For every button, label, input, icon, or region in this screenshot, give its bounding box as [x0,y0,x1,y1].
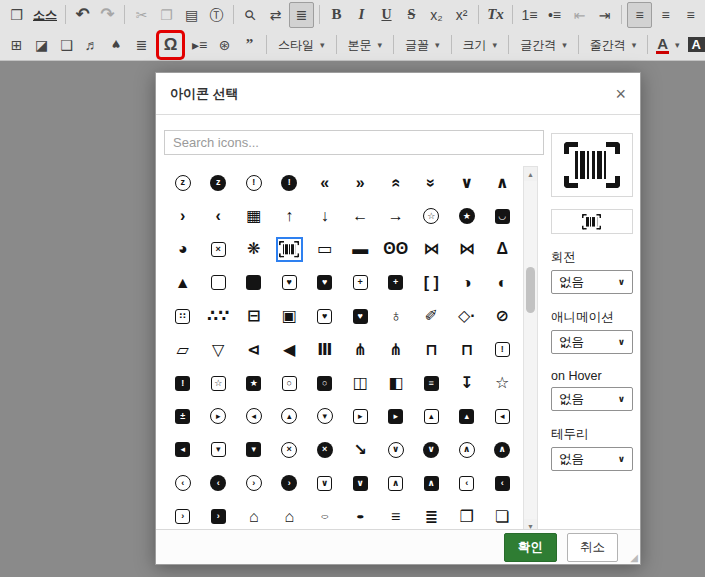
icon-book-heart[interactable]: ♥ [272,266,308,299]
icon-circle-chevron-right-solid[interactable]: › [272,467,308,500]
icon-square-caret-down[interactable]: ▾ [201,433,237,466]
globe-button[interactable]: ⊛ [213,33,236,57]
icon-basketball-solid[interactable]: ◕ [165,233,201,266]
icon-circle-caret-down[interactable]: ▾ [307,400,343,433]
icon-square-chevron-up[interactable]: ∧ [378,467,414,500]
icon-network[interactable]: ⊓ [414,333,450,366]
icon-bed[interactable]: ▭ [307,233,343,266]
icon-flask[interactable]: Δ [485,233,521,266]
icon-flask-solid[interactable]: ▲ [165,266,201,299]
icon-angle-left[interactable]: ‹ [201,199,237,232]
icon-angles-down[interactable]: » [414,166,450,199]
icon-cart-star[interactable]: ☆ [485,366,521,399]
hover-select[interactable]: 없음∨ [551,387,633,411]
paste-button[interactable]: ▤ [180,3,203,27]
scroll-up-icon[interactable]: ▲ [524,167,537,181]
indent-button[interactable]: ⇥ [593,3,616,27]
special-char-button[interactable]: Ω [159,33,182,57]
search-input[interactable] [164,130,544,155]
cancel-button[interactable]: 취소 [567,533,618,562]
undo-button[interactable]: ↶ [71,3,94,27]
icon-circle-half[interactable]: ◑ [449,266,485,299]
icon-alarm-exclamation-solid[interactable]: ! [272,166,308,199]
icon-calendar-star[interactable]: ☆ [201,366,237,399]
icon-bed-solid[interactable]: ▬ [343,233,379,266]
icon-chart-line-down[interactable]: ↘ [343,433,379,466]
icon-angles-up[interactable]: » [378,166,414,199]
icon-book[interactable] [201,266,237,299]
icon-calendar-heart[interactable]: ♥ [307,300,343,333]
format-dropdown[interactable]: 본문▾ [342,33,389,57]
icon-browser[interactable]: ⊟ [236,300,272,333]
icon-webcam[interactable]: ○ [272,366,308,399]
subscript-button[interactable]: x₂ [425,3,448,27]
icon-award-solid[interactable]: ★ [449,199,485,232]
animation-select[interactable]: 없음∨ [551,330,633,354]
icon-alarm-snooze-solid[interactable]: z [201,166,237,199]
icon-bag-shopping-solid[interactable]: ◡ [485,199,521,232]
icon-arrow-right[interactable]: → [378,199,414,232]
icon-pen-nib[interactable]: ◇· [449,300,485,333]
icon-calendar-star-solid[interactable]: ★ [236,366,272,399]
icon-video-camera[interactable]: ◫ [343,366,379,399]
icon-binoculars[interactable]: ʘʘ [378,233,414,266]
icon-angle-right[interactable]: › [165,199,201,232]
icon-circle-chevron-left[interactable]: ‹ [165,467,201,500]
icon-square-chevron-left[interactable]: ‹ [449,467,485,500]
icon-arrow-down[interactable]: ↓ [307,199,343,232]
close-icon[interactable]: × [615,85,626,103]
find-button[interactable]: ⚲ [239,3,262,27]
icon-circle-chevron-right[interactable]: › [236,467,272,500]
source-text-button[interactable]: 소스 [30,3,60,27]
icon-alarm-exclamation[interactable]: ! [236,166,272,199]
icon-square-chevron-down[interactable]: ∨ [307,467,343,500]
icon-angle-up[interactable]: ∧ [485,166,521,199]
icon-camera-cctv-solid[interactable]: ◀ [272,333,308,366]
media-button[interactable]: ♬ [80,33,103,57]
icon-eraser[interactable]: ▱ [165,333,201,366]
icon-angles-right[interactable]: » [343,166,379,199]
icon-square-caret-right[interactable]: ▸ [343,400,379,433]
icon-award[interactable]: ☆ [414,199,450,232]
style-dropdown[interactable]: 스타일▾ [272,33,331,57]
icon-martini-glass[interactable]: ▽ [201,333,237,366]
table-button[interactable]: ⊞ [5,33,28,57]
text-color-button[interactable]: A▾ [653,33,682,57]
icon-backpack-solid[interactable]: ≡ [414,366,450,399]
icon-camera-cctv[interactable]: ⊲ [236,333,272,366]
icon-circle-chevron-up[interactable]: ∧ [449,433,485,466]
icon-share-nodes-solid[interactable]: ⋔ [378,333,414,366]
icon-circle-caret-right[interactable]: ▸ [201,400,237,433]
icon-angle-down[interactable]: ∨ [449,166,485,199]
icon-square-caret-left[interactable]: ◂ [485,400,521,433]
font-dropdown[interactable]: 글꼴▾ [399,33,446,57]
icon-capsule[interactable]: ⊘ [485,300,521,333]
icon-bench[interactable]: Ⅲ [307,333,343,366]
icon-bone-solid[interactable]: ⋈ [449,233,485,266]
icon-circle-caret-up[interactable]: ▴ [272,400,308,433]
icon-arrow-left[interactable]: ← [343,199,379,232]
icon-square-chevron-down-solid[interactable]: ∨ [343,467,379,500]
icon-brackets[interactable]: [ ] [414,266,450,299]
paste-text-button[interactable]: Ⓣ [205,3,228,27]
confirm-button[interactable]: 확인 [504,533,557,562]
horizontal-lines-button[interactable]: ≣ [130,33,153,57]
icon-circle-chevron-up-solid[interactable]: ∧ [485,433,521,466]
icon-browser-solid[interactable]: ▣ [272,300,308,333]
underline-button[interactable]: U [375,3,398,27]
icon-square-caret-right-solid[interactable]: ▸ [378,400,414,433]
align-right-button[interactable]: ≡ [679,3,702,27]
icon-wine-glass[interactable]: ♁ [378,300,414,333]
icon-bone[interactable]: ⋈ [414,233,450,266]
quote-button[interactable]: ” [238,33,261,57]
icon-cash-register[interactable]: ▦ [236,199,272,232]
icon-calendar-exclamation[interactable]: ! [485,333,521,366]
bulleted-list-button[interactable]: •≡ [543,3,566,27]
map-pin-button[interactable]: ♥ [105,33,128,57]
resize-handle[interactable]: ◢ [630,552,638,563]
icon-circle-half-solid[interactable]: ◐ [485,266,521,299]
icon-square-caret-up-solid[interactable]: ▴ [449,400,485,433]
remove-format-button[interactable]: Tx [484,3,507,27]
image-button[interactable]: ◪ [30,33,53,57]
icon-shield-xmark-solid[interactable]: × [307,433,343,466]
